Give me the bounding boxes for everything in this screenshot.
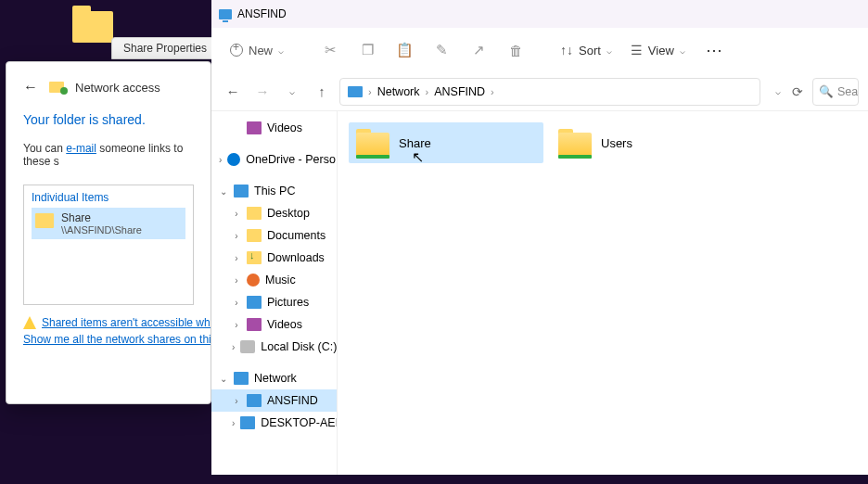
share-icon[interactable]: ↗ [462, 35, 495, 65]
nav-forward-button[interactable]: → [250, 80, 274, 104]
sidebar-item-videos2[interactable]: ›Videos [211, 313, 337, 336]
nav-recent-button[interactable]: ⌵ [280, 80, 304, 104]
computer-icon [348, 86, 363, 97]
rename-icon[interactable]: ✎ [425, 35, 458, 65]
shared-message: Your folder is shared. [23, 112, 194, 127]
nav-back-button[interactable]: ← [221, 80, 245, 104]
documents-icon [247, 229, 262, 242]
dialog-title: Network access [75, 81, 160, 95]
sidebar-item-downloads[interactable]: ›Downloads [211, 247, 337, 269]
refresh-icon[interactable]: ⟳ [788, 81, 807, 103]
sidebar-item-thispc[interactable]: ⌄This PC [211, 180, 337, 202]
chevron-right-icon: › [426, 86, 429, 97]
shared-item-row[interactable]: Share \\ANSFIND\Share [32, 208, 185, 239]
folder-item-users[interactable]: Users [551, 122, 746, 163]
folder-label: Share [399, 136, 431, 150]
desktop-icon [247, 207, 262, 220]
explorer-titlebar[interactable]: ANSFIND [211, 0, 868, 28]
shared-item-name: Share [61, 211, 142, 224]
sidebar-item-music[interactable]: ›Music [211, 269, 337, 291]
view-button[interactable]: ☰ View ⌵ [623, 39, 693, 61]
computer-icon [247, 394, 262, 407]
address-bar-row: ← → ⌵ ↑ › Network › ANSFIND › ⌵ ⟳ 🔍 Sea [211, 72, 868, 111]
onedrive-icon [227, 153, 240, 166]
plus-icon [230, 44, 243, 57]
computer-icon [219, 9, 232, 19]
disk-icon [240, 340, 255, 353]
network-icon [234, 372, 249, 385]
breadcrumb-network[interactable]: Network [377, 85, 420, 98]
individual-items-box: Individual Items Share \\ANSFIND\Share [23, 185, 194, 305]
sidebar-item-ansfind[interactable]: ›ANSFIND [211, 389, 337, 412]
breadcrumb-bar[interactable]: › Network › ANSFIND › [339, 78, 760, 106]
paste-icon[interactable]: 📋 [388, 35, 421, 65]
chevron-right-icon: › [368, 86, 372, 97]
explorer-toolbar: New ⌵ ✂ ❐ 📋 ✎ ↗ 🗑 ↑↓ Sort ⌵ ☰ View ⌵ ⋯ [211, 28, 868, 72]
sidebar-item-videos[interactable]: Videos [211, 117, 337, 139]
copy-icon[interactable]: ❐ [351, 35, 384, 65]
folder-icon [35, 213, 54, 228]
back-arrow-icon[interactable]: ← [23, 79, 38, 96]
computer-icon [240, 416, 255, 429]
show-all-shares-link[interactable]: Show me all the network shares on this [23, 333, 211, 346]
network-access-dialog: ← Network access Your folder is shared. … [6, 61, 211, 404]
videos-icon [247, 318, 262, 331]
sidebar-item-desktop[interactable]: ›Desktop [211, 202, 337, 224]
email-link[interactable]: e-mail [66, 142, 96, 155]
explorer-content-pane[interactable]: Share Users ↖ [338, 111, 868, 475]
sidebar-item-localdisk[interactable]: ›Local Disk (C:) [211, 336, 337, 358]
sidebar-item-network[interactable]: ⌄Network [211, 367, 337, 389]
new-button[interactable]: New ⌵ [221, 40, 293, 61]
downloads-icon [247, 251, 262, 264]
shared-folder-icon [356, 129, 389, 157]
chevron-right-icon: › [491, 86, 494, 97]
more-button[interactable]: ⋯ [696, 40, 734, 60]
sidebar-item-desktop-aef5[interactable]: ›DESKTOP-AEF5 [211, 412, 337, 434]
search-icon: 🔍 [819, 84, 834, 98]
share-description: You can e-mail someone links to these s [23, 142, 194, 168]
share-properties-window-tab[interactable]: Share Properties [111, 37, 219, 59]
sidebar-item-onedrive[interactable]: ›OneDrive - Perso [211, 148, 337, 171]
view-icon: ☰ [631, 43, 643, 57]
sidebar-item-documents[interactable]: ›Documents [211, 224, 337, 247]
folder-item-share[interactable]: Share [349, 122, 543, 163]
shared-item-path: \\ANSFIND\Share [61, 224, 142, 236]
cut-icon[interactable]: ✂ [313, 35, 347, 65]
videos-icon [247, 121, 262, 134]
breadcrumb-dropdown-icon[interactable]: ⌵ [772, 83, 785, 100]
window-title: ANSFIND [237, 7, 287, 20]
this-pc-icon [234, 185, 249, 197]
shared-folder-icon [558, 129, 592, 157]
delete-icon[interactable]: 🗑 [499, 35, 532, 65]
music-icon [247, 274, 260, 287]
explorer-sidebar: Videos ›OneDrive - Perso ⌄This PC ›Deskt… [211, 111, 338, 475]
pictures-icon [247, 296, 262, 309]
network-share-icon [49, 82, 64, 93]
accessibility-warning-link[interactable]: Shared items aren't accessible whe [42, 316, 211, 329]
items-label: Individual Items [32, 191, 185, 204]
search-input[interactable]: 🔍 Sea [812, 78, 859, 106]
file-explorer-window: ANSFIND New ⌵ ✂ ❐ 📋 ✎ ↗ 🗑 ↑↓ Sort ⌵ ☰ Vi… [211, 0, 868, 475]
breadcrumb-current[interactable]: ANSFIND [434, 85, 485, 98]
nav-up-button[interactable]: ↑ [310, 80, 334, 104]
folder-label: Users [601, 136, 632, 150]
sort-button[interactable]: ↑↓ Sort ⌵ [553, 39, 619, 61]
sort-icon: ↑↓ [560, 43, 573, 57]
sidebar-item-pictures[interactable]: ›Pictures [211, 291, 337, 313]
warning-icon [23, 316, 36, 329]
